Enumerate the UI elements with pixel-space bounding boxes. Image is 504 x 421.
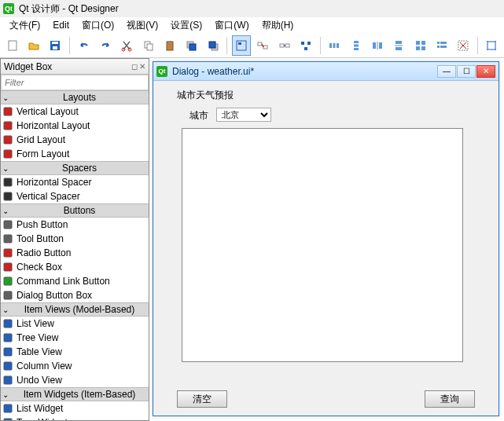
widget-category-header[interactable]: ⌄Layouts — [1, 90, 149, 104]
main-toolbar — [0, 33, 504, 58]
minimize-icon[interactable]: — — [437, 65, 456, 78]
layout-form-icon[interactable] — [432, 35, 451, 56]
dialog-body[interactable]: 城市天气预报 城市 北京 清空 查询 — [153, 81, 498, 416]
city-combobox[interactable]: 北京 — [216, 108, 271, 122]
svg-rect-29 — [373, 42, 376, 49]
widget-item[interactable]: Table View — [1, 345, 149, 359]
redo-icon[interactable] — [96, 35, 114, 56]
menu-bar: 文件(F) Edit 窗口(O) 视图(V) 设置(S) 窗口(W) 帮助(H) — [0, 17, 504, 33]
widget-item[interactable]: Tree Widget — [1, 416, 149, 420]
svg-rect-52 — [4, 235, 12, 243]
edit-buddies-icon[interactable] — [275, 35, 293, 56]
chevron-down-icon: ⌄ — [2, 164, 12, 173]
horizontal-layout-icon — [2, 120, 13, 131]
menu-windows[interactable]: 窗口(W) — [208, 17, 255, 34]
svg-rect-15 — [238, 42, 241, 45]
widget-item[interactable]: Check Box — [1, 260, 149, 274]
widget-item[interactable]: Dialog Button Box — [1, 288, 149, 302]
widget-category-label: Item Widgets (Item-Based) — [12, 389, 147, 400]
dialog-title-bar[interactable]: Qt Dialog - weather.ui* — ☐ ✕ — [153, 62, 498, 81]
svg-rect-36 — [421, 41, 425, 45]
widget-item[interactable]: Command Link Button — [1, 274, 149, 288]
widget-item[interactable]: Column View — [1, 359, 149, 373]
layout-grid-icon[interactable] — [411, 35, 429, 56]
save-icon[interactable] — [46, 35, 64, 56]
widget-category-header[interactable]: ⌄Buttons — [1, 203, 149, 218]
widget-box-filter-input[interactable] — [1, 75, 149, 90]
widget-box-title-bar: Widget Box ◻ ✕ — [1, 59, 149, 75]
menu-help[interactable]: 帮助(H) — [256, 17, 300, 34]
widget-item[interactable]: Grid Layout — [1, 133, 149, 147]
widget-item[interactable]: Horizontal Layout — [1, 119, 149, 133]
menu-view[interactable]: 视图(V) — [120, 17, 164, 34]
maximize-icon[interactable]: ☐ — [457, 65, 476, 78]
tree-view-icon — [2, 332, 13, 343]
svg-rect-21 — [307, 42, 311, 45]
widget-item[interactable]: Push Button — [1, 218, 149, 232]
chevron-down-icon: ⌄ — [2, 93, 12, 102]
edit-widgets-icon[interactable] — [232, 35, 250, 56]
widget-item[interactable]: Tool Button — [1, 232, 149, 246]
copy-icon[interactable] — [139, 35, 157, 56]
widget-box-title: Widget Box — [4, 61, 52, 72]
design-canvas[interactable]: Qt Dialog - weather.ui* — ☐ ✕ 城市天气预报 城市 … — [149, 58, 504, 421]
send-back-icon[interactable] — [182, 35, 200, 56]
svg-rect-45 — [4, 108, 12, 115]
tool-button-icon — [2, 233, 13, 244]
svg-rect-7 — [147, 44, 153, 50]
adjust-size-icon[interactable] — [483, 35, 501, 56]
undo-icon[interactable] — [75, 35, 93, 56]
query-button[interactable]: 查询 — [425, 390, 475, 408]
svg-rect-13 — [209, 42, 215, 48]
widget-box-undock-icon[interactable]: ◻ — [131, 62, 138, 71]
edit-signals-icon[interactable] — [254, 35, 272, 56]
widget-item[interactable]: List Widget — [1, 401, 149, 416]
svg-rect-33 — [395, 47, 402, 50]
widget-item[interactable]: Tree View — [1, 331, 149, 345]
widget-item[interactable]: Vertical Layout — [1, 104, 149, 119]
layout-horizontal-icon[interactable] — [325, 35, 343, 56]
widget-item-label: Command Link Button — [17, 276, 110, 287]
menu-edit[interactable]: Edit — [46, 18, 75, 32]
svg-rect-14 — [237, 41, 246, 50]
widget-category-header[interactable]: ⌄Item Views (Model-Based) — [1, 302, 149, 317]
dialog-window[interactable]: Qt Dialog - weather.ui* — ☐ ✕ 城市天气预报 城市 … — [153, 61, 499, 416]
break-layout-icon[interactable] — [454, 35, 473, 56]
layout-vertical-icon[interactable] — [347, 35, 365, 56]
menu-file[interactable]: 文件(F) — [3, 17, 46, 34]
svg-rect-55 — [4, 277, 12, 285]
widget-item[interactable]: List View — [1, 317, 149, 331]
result-list[interactable] — [182, 128, 463, 362]
widget-box-list[interactable]: ⌄LayoutsVertical LayoutHorizontal Layout… — [1, 90, 149, 420]
new-file-icon[interactable] — [3, 35, 21, 56]
menu-settings[interactable]: 设置(S) — [164, 17, 208, 34]
widget-item[interactable]: Horizontal Spacer — [1, 175, 149, 189]
svg-rect-27 — [354, 44, 359, 46]
widget-item[interactable]: Radio Button — [1, 246, 149, 260]
svg-rect-51 — [4, 221, 12, 229]
widget-category-header[interactable]: ⌄Item Widgets (Item-Based) — [1, 387, 149, 401]
layout-h-splitter-icon[interactable] — [368, 35, 386, 56]
menu-window[interactable]: 窗口(O) — [75, 17, 120, 34]
close-icon[interactable]: ✕ — [476, 65, 495, 78]
paste-icon[interactable] — [160, 35, 178, 56]
widget-category-header[interactable]: ⌄Spacers — [1, 161, 149, 175]
edit-taborder-icon[interactable] — [296, 35, 315, 56]
toolbar-separator — [477, 37, 478, 54]
bring-front-icon[interactable] — [204, 35, 222, 56]
widget-item[interactable]: Form Layout — [1, 147, 149, 161]
clear-button[interactable]: 清空 — [177, 390, 227, 408]
cut-icon[interactable] — [118, 35, 136, 56]
grid-layout-icon — [2, 134, 13, 145]
open-file-icon[interactable] — [24, 35, 42, 56]
widget-item[interactable]: Undo View — [1, 373, 149, 387]
svg-rect-40 — [440, 42, 447, 44]
command-link-icon — [2, 276, 13, 287]
svg-rect-30 — [379, 42, 382, 49]
svg-rect-2 — [52, 42, 58, 44]
widget-item[interactable]: Vertical Spacer — [1, 189, 149, 203]
layout-v-splitter-icon[interactable] — [390, 35, 408, 56]
svg-rect-58 — [4, 334, 12, 342]
svg-rect-28 — [354, 48, 359, 50]
widget-box-close-icon[interactable]: ✕ — [139, 62, 145, 71]
